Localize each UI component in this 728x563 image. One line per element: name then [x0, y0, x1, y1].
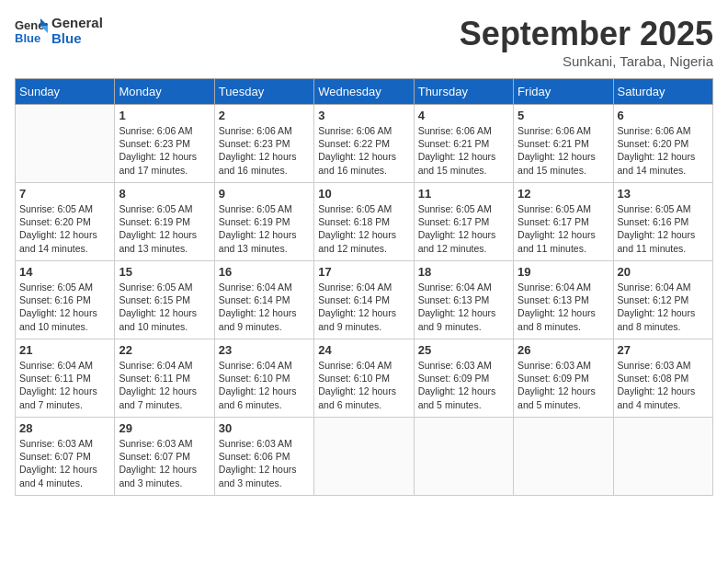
week-row-4: 21Sunrise: 6:04 AM Sunset: 6:11 PM Dayli… — [16, 339, 713, 418]
page-header: General Blue General Blue September 2025… — [15, 15, 713, 69]
logo-general: General — [51, 15, 103, 30]
day-cell: 3Sunrise: 6:06 AM Sunset: 6:22 PM Daylig… — [314, 105, 414, 183]
day-cell: 23Sunrise: 6:04 AM Sunset: 6:10 PM Dayli… — [214, 339, 313, 418]
month-title: September 2025 — [460, 15, 713, 53]
day-number: 6 — [618, 109, 709, 122]
location: Sunkani, Taraba, Nigeria — [460, 53, 713, 69]
day-number: 28 — [19, 421, 110, 435]
day-cell: 5Sunrise: 6:06 AM Sunset: 6:21 PM Daylig… — [514, 105, 613, 183]
week-row-2: 7Sunrise: 6:05 AM Sunset: 6:20 PM Daylig… — [16, 183, 713, 261]
day-cell: 6Sunrise: 6:06 AM Sunset: 6:20 PM Daylig… — [613, 105, 712, 183]
day-cell: 28Sunrise: 6:03 AM Sunset: 6:07 PM Dayli… — [16, 418, 115, 496]
day-number: 19 — [518, 265, 609, 279]
day-number: 26 — [518, 343, 609, 357]
day-cell: 19Sunrise: 6:04 AM Sunset: 6:13 PM Dayli… — [514, 261, 613, 339]
logo-blue: Blue — [51, 30, 103, 46]
day-cell: 16Sunrise: 6:04 AM Sunset: 6:14 PM Dayli… — [214, 261, 313, 339]
calendar-header-row: SundayMondayTuesdayWednesdayThursdayFrid… — [16, 79, 713, 105]
svg-text:Blue: Blue — [15, 31, 40, 44]
day-cell: 1Sunrise: 6:06 AM Sunset: 6:23 PM Daylig… — [115, 105, 214, 183]
day-cell: 11Sunrise: 6:05 AM Sunset: 6:17 PM Dayli… — [414, 183, 513, 261]
day-cell — [414, 418, 513, 496]
day-number: 4 — [418, 109, 509, 122]
day-cell — [16, 105, 115, 183]
day-number: 18 — [418, 265, 509, 279]
day-cell: 17Sunrise: 6:04 AM Sunset: 6:14 PM Dayli… — [314, 261, 414, 339]
day-number: 2 — [219, 109, 310, 122]
day-cell: 12Sunrise: 6:05 AM Sunset: 6:17 PM Dayli… — [514, 183, 613, 261]
day-detail: Sunrise: 6:04 AM Sunset: 6:13 PM Dayligh… — [418, 281, 509, 333]
day-number: 23 — [219, 343, 310, 357]
day-detail: Sunrise: 6:04 AM Sunset: 6:10 PM Dayligh… — [219, 359, 310, 411]
header-friday: Friday — [514, 79, 613, 105]
day-number: 9 — [219, 187, 310, 201]
day-detail: Sunrise: 6:03 AM Sunset: 6:06 PM Dayligh… — [219, 437, 310, 489]
day-number: 3 — [318, 109, 409, 122]
day-detail: Sunrise: 6:04 AM Sunset: 6:13 PM Dayligh… — [518, 281, 609, 333]
day-cell — [613, 418, 712, 496]
day-detail: Sunrise: 6:05 AM Sunset: 6:16 PM Dayligh… — [19, 281, 110, 333]
day-detail: Sunrise: 6:05 AM Sunset: 6:20 PM Dayligh… — [19, 202, 110, 255]
day-cell: 20Sunrise: 6:04 AM Sunset: 6:12 PM Dayli… — [613, 261, 712, 339]
header-sunday: Sunday — [16, 79, 115, 105]
day-number: 25 — [418, 343, 509, 357]
day-number: 15 — [119, 265, 210, 279]
day-cell — [514, 418, 613, 496]
day-detail: Sunrise: 6:06 AM Sunset: 6:20 PM Dayligh… — [618, 124, 709, 177]
day-cell: 21Sunrise: 6:04 AM Sunset: 6:11 PM Dayli… — [16, 339, 115, 418]
day-cell: 8Sunrise: 6:05 AM Sunset: 6:19 PM Daylig… — [115, 183, 214, 261]
day-cell: 15Sunrise: 6:05 AM Sunset: 6:15 PM Dayli… — [115, 261, 214, 339]
header-saturday: Saturday — [613, 79, 712, 105]
day-detail: Sunrise: 6:05 AM Sunset: 6:16 PM Dayligh… — [618, 202, 709, 255]
day-detail: Sunrise: 6:03 AM Sunset: 6:07 PM Dayligh… — [119, 437, 210, 489]
day-detail: Sunrise: 6:06 AM Sunset: 6:22 PM Dayligh… — [318, 124, 409, 177]
day-cell: 2Sunrise: 6:06 AM Sunset: 6:23 PM Daylig… — [214, 105, 313, 183]
day-cell: 22Sunrise: 6:04 AM Sunset: 6:11 PM Dayli… — [115, 339, 214, 418]
day-number: 11 — [418, 187, 509, 201]
day-detail: Sunrise: 6:04 AM Sunset: 6:10 PM Dayligh… — [318, 359, 409, 411]
day-detail: Sunrise: 6:03 AM Sunset: 6:09 PM Dayligh… — [418, 359, 509, 411]
day-detail: Sunrise: 6:05 AM Sunset: 6:15 PM Dayligh… — [119, 281, 210, 333]
day-detail: Sunrise: 6:05 AM Sunset: 6:17 PM Dayligh… — [518, 202, 609, 255]
day-cell: 9Sunrise: 6:05 AM Sunset: 6:19 PM Daylig… — [214, 183, 313, 261]
day-cell: 30Sunrise: 6:03 AM Sunset: 6:06 PM Dayli… — [214, 418, 313, 496]
day-detail: Sunrise: 6:03 AM Sunset: 6:09 PM Dayligh… — [518, 359, 609, 411]
day-detail: Sunrise: 6:03 AM Sunset: 6:07 PM Dayligh… — [19, 437, 110, 489]
day-cell: 29Sunrise: 6:03 AM Sunset: 6:07 PM Dayli… — [115, 418, 214, 496]
day-detail: Sunrise: 6:06 AM Sunset: 6:21 PM Dayligh… — [418, 124, 509, 177]
day-detail: Sunrise: 6:06 AM Sunset: 6:23 PM Dayligh… — [119, 124, 210, 177]
week-row-5: 28Sunrise: 6:03 AM Sunset: 6:07 PM Dayli… — [16, 418, 713, 496]
header-wednesday: Wednesday — [314, 79, 414, 105]
day-number: 30 — [219, 421, 310, 435]
day-cell: 10Sunrise: 6:05 AM Sunset: 6:18 PM Dayli… — [314, 183, 414, 261]
title-block: September 2025 Sunkani, Taraba, Nigeria — [460, 15, 713, 69]
day-detail: Sunrise: 6:04 AM Sunset: 6:11 PM Dayligh… — [19, 359, 110, 411]
day-number: 12 — [518, 187, 609, 201]
header-thursday: Thursday — [414, 79, 513, 105]
day-number: 13 — [618, 187, 709, 201]
week-row-3: 14Sunrise: 6:05 AM Sunset: 6:16 PM Dayli… — [16, 261, 713, 339]
day-number: 17 — [318, 265, 409, 279]
day-detail: Sunrise: 6:05 AM Sunset: 6:18 PM Dayligh… — [318, 202, 409, 255]
header-tuesday: Tuesday — [214, 79, 313, 105]
day-detail: Sunrise: 6:04 AM Sunset: 6:14 PM Dayligh… — [318, 281, 409, 333]
day-number: 7 — [19, 187, 110, 201]
day-cell — [314, 418, 414, 496]
day-number: 27 — [618, 343, 709, 357]
day-detail: Sunrise: 6:04 AM Sunset: 6:11 PM Dayligh… — [119, 359, 210, 411]
day-number: 21 — [19, 343, 110, 357]
day-detail: Sunrise: 6:05 AM Sunset: 6:19 PM Dayligh… — [219, 202, 310, 255]
day-detail: Sunrise: 6:05 AM Sunset: 6:17 PM Dayligh… — [418, 202, 509, 255]
day-cell: 4Sunrise: 6:06 AM Sunset: 6:21 PM Daylig… — [414, 105, 513, 183]
day-number: 8 — [119, 187, 210, 201]
day-number: 29 — [119, 421, 210, 435]
day-detail: Sunrise: 6:05 AM Sunset: 6:19 PM Dayligh… — [119, 202, 210, 255]
week-row-1: 1Sunrise: 6:06 AM Sunset: 6:23 PM Daylig… — [16, 105, 713, 183]
day-number: 24 — [318, 343, 409, 357]
day-number: 14 — [19, 265, 110, 279]
day-detail: Sunrise: 6:06 AM Sunset: 6:21 PM Dayligh… — [518, 124, 609, 177]
logo: General Blue General Blue — [15, 15, 103, 46]
day-number: 5 — [518, 109, 609, 122]
day-number: 22 — [119, 343, 210, 357]
day-number: 10 — [318, 187, 409, 201]
